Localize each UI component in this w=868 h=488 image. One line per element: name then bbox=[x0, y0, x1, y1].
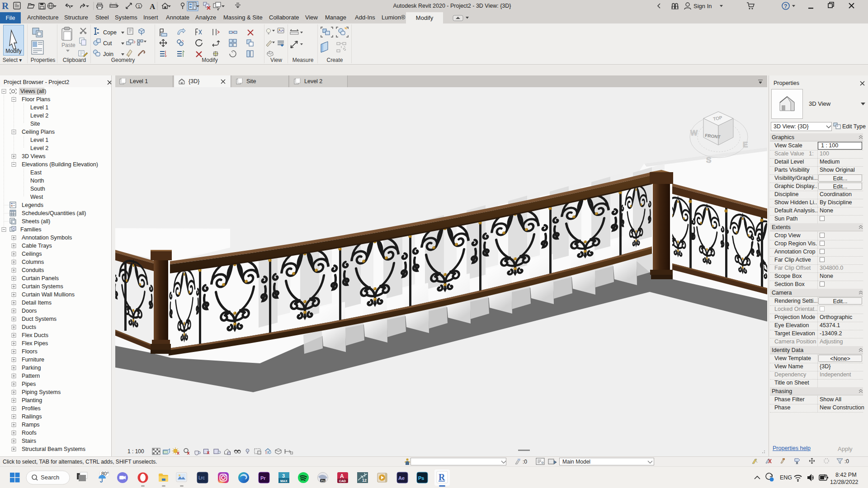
svg-text:Curtain Systems: Curtain Systems bbox=[22, 283, 63, 290]
svg-text:South: South bbox=[30, 186, 45, 192]
svg-text:Level 2: Level 2 bbox=[30, 113, 48, 119]
svg-text:3: 3 bbox=[282, 473, 285, 479]
svg-text:Cable Trays: Cable Trays bbox=[22, 243, 52, 249]
svg-text:8:42 PM: 8:42 PM bbox=[835, 472, 857, 478]
svg-text:Join: Join bbox=[103, 51, 113, 57]
svg-text:A: A bbox=[340, 473, 344, 479]
svg-text:Families: Families bbox=[20, 226, 42, 233]
svg-text:Pattern: Pattern bbox=[22, 373, 40, 379]
svg-text:Ae: Ae bbox=[398, 475, 405, 481]
svg-text:?: ? bbox=[784, 3, 787, 9]
svg-text:Pipes: Pipes bbox=[22, 381, 36, 387]
svg-text:Flex Pipes: Flex Pipes bbox=[22, 340, 48, 347]
svg-text:Sign In: Sign In bbox=[693, 3, 712, 9]
svg-text:Pr: Pr bbox=[260, 475, 266, 481]
svg-text:E: E bbox=[743, 141, 748, 149]
svg-text:Roofs: Roofs bbox=[22, 430, 37, 436]
svg-text:Site: Site bbox=[30, 121, 40, 127]
svg-text:Curtain Wall Mullions: Curtain Wall Mullions bbox=[22, 291, 75, 298]
svg-text:Search: Search bbox=[41, 474, 59, 481]
svg-text:Conduits: Conduits bbox=[22, 267, 44, 273]
svg-text:S: S bbox=[706, 156, 711, 164]
svg-text:East: East bbox=[30, 169, 42, 176]
svg-text:Lrc: Lrc bbox=[198, 475, 205, 480]
svg-text:Curtain Panels: Curtain Panels bbox=[22, 275, 59, 282]
svg-text:Flex Ducts: Flex Ducts bbox=[22, 332, 48, 338]
svg-text::0: :0 bbox=[844, 458, 849, 465]
svg-text:Ramps: Ramps bbox=[22, 422, 40, 428]
svg-text:Stairs: Stairs bbox=[22, 438, 36, 444]
svg-text:North: North bbox=[30, 178, 44, 184]
svg-text:MAX: MAX bbox=[280, 479, 288, 483]
svg-text:ENG: ENG bbox=[780, 474, 792, 481]
svg-text:3D Views: 3D Views bbox=[22, 153, 46, 160]
svg-text:x: x bbox=[177, 450, 180, 455]
svg-text:Legends: Legends bbox=[22, 202, 43, 208]
svg-text:Floor Plans: Floor Plans bbox=[22, 96, 50, 103]
svg-text:Level 1: Level 1 bbox=[30, 137, 48, 143]
svg-text:Parking: Parking bbox=[22, 365, 41, 371]
svg-text:Columns: Columns bbox=[22, 259, 44, 265]
svg-text:Pro: Pro bbox=[321, 479, 326, 482]
svg-text:12/28/2022: 12/28/2022 bbox=[830, 479, 859, 485]
svg-text:Level 2: Level 2 bbox=[30, 145, 48, 151]
svg-text:Sheets (all): Sheets (all) bbox=[22, 218, 50, 225]
svg-text:Cut: Cut bbox=[103, 40, 112, 47]
svg-text:Furniture: Furniture bbox=[22, 357, 44, 363]
svg-text:Ceiling Plans: Ceiling Plans bbox=[22, 129, 55, 135]
svg-text:Elevations (Building Elevation: Elevations (Building Elevation) bbox=[22, 161, 98, 168]
svg-text:x: x bbox=[187, 450, 190, 455]
svg-text:Cope: Cope bbox=[103, 29, 117, 36]
svg-text::0: :0 bbox=[523, 459, 527, 465]
svg-text:Ceilings: Ceilings bbox=[22, 251, 42, 257]
svg-text:Planting: Planting bbox=[22, 397, 42, 404]
svg-text:Paste: Paste bbox=[61, 42, 75, 48]
svg-text:Profiles: Profiles bbox=[22, 405, 41, 412]
svg-text:Views (all): Views (all) bbox=[20, 88, 46, 94]
svg-text:Piping Systems: Piping Systems bbox=[22, 389, 61, 395]
svg-text:Structural Beam Systems: Structural Beam Systems bbox=[22, 446, 85, 452]
svg-text:R: R bbox=[2, 0, 9, 11]
svg-text:CAD: CAD bbox=[339, 479, 346, 483]
svg-text:1 : 100: 1 : 100 bbox=[127, 448, 144, 455]
svg-text:Schedules/Quantities (all): Schedules/Quantities (all) bbox=[22, 210, 86, 216]
svg-text:x: x bbox=[207, 450, 210, 455]
svg-text:W: W bbox=[690, 129, 698, 137]
svg-text:Railings: Railings bbox=[22, 413, 42, 420]
svg-text:Ps: Ps bbox=[418, 475, 424, 481]
svg-text:R: R bbox=[439, 472, 445, 482]
svg-text:Annotation Symbols: Annotation Symbols bbox=[22, 235, 72, 241]
svg-text:Doors: Doors bbox=[22, 308, 37, 314]
svg-text:Ducts: Ducts bbox=[22, 324, 36, 330]
svg-text:Detail Items: Detail Items bbox=[22, 300, 52, 306]
svg-text:West: West bbox=[30, 194, 43, 200]
svg-text:Duct Systems: Duct Systems bbox=[22, 316, 57, 322]
svg-text:12: 12 bbox=[362, 478, 367, 483]
svg-text:Floors: Floors bbox=[22, 348, 38, 355]
svg-text:Level 1: Level 1 bbox=[30, 104, 48, 111]
